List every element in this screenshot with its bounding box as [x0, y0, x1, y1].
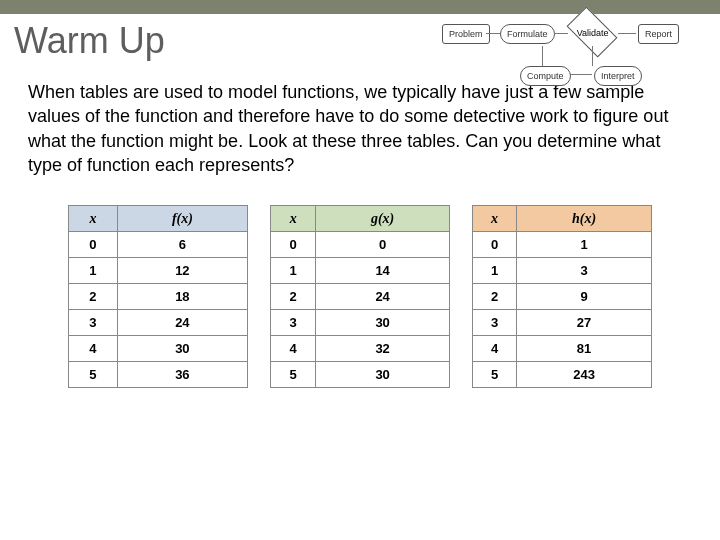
table-row: 536	[69, 362, 248, 388]
col-header-hx: h(x)	[517, 206, 652, 232]
diagram-node-report: Report	[638, 24, 679, 44]
table-row: 218	[69, 284, 248, 310]
table-row: 324	[69, 310, 248, 336]
function-table-h: x h(x) 01 13 29 327 481 5243	[472, 205, 652, 388]
diagram-connector	[592, 46, 593, 66]
diagram-connector	[486, 33, 500, 34]
process-diagram: Problem Formulate Validate Report Comput…	[442, 18, 702, 98]
col-header-x: x	[69, 206, 118, 232]
diagram-connector	[554, 33, 568, 34]
diagram-connector	[542, 46, 543, 66]
table-row: 01	[473, 232, 652, 258]
table-row: 29	[473, 284, 652, 310]
table-row: 330	[271, 310, 450, 336]
diagram-connector	[618, 33, 636, 34]
tables-container: x f(x) 06 112 218 324 430 536 x g(x) 00 …	[0, 205, 720, 388]
table-row: 224	[271, 284, 450, 310]
diagram-node-compute: Compute	[520, 66, 571, 86]
diagram-node-problem: Problem	[442, 24, 490, 44]
function-table-f: x f(x) 06 112 218 324 430 536	[68, 205, 248, 388]
table-row: 432	[271, 336, 450, 362]
diagram-connector	[570, 74, 592, 75]
header-accent-bar	[0, 0, 720, 14]
col-header-gx: g(x)	[316, 206, 450, 232]
table-row: 481	[473, 336, 652, 362]
table-row: 06	[69, 232, 248, 258]
table-row: 112	[69, 258, 248, 284]
table-row: 430	[69, 336, 248, 362]
function-table-g: x g(x) 00 114 224 330 432 530	[270, 205, 450, 388]
table-row: 5243	[473, 362, 652, 388]
col-header-fx: f(x)	[117, 206, 247, 232]
table-row: 327	[473, 310, 652, 336]
diagram-node-interpret: Interpret	[594, 66, 642, 86]
table-row: 114	[271, 258, 450, 284]
diagram-node-formulate: Formulate	[500, 24, 555, 44]
table-row: 00	[271, 232, 450, 258]
table-row: 13	[473, 258, 652, 284]
col-header-x: x	[271, 206, 316, 232]
col-header-x: x	[473, 206, 517, 232]
table-row: 530	[271, 362, 450, 388]
